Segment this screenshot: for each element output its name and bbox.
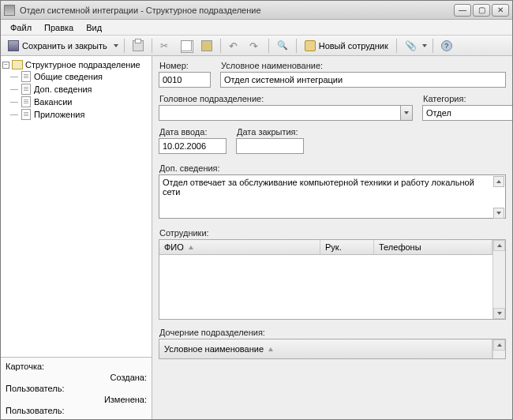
category-input[interactable] bbox=[422, 105, 512, 121]
name-label: Условное наименование: bbox=[220, 61, 506, 70]
copy-button[interactable] bbox=[177, 38, 196, 54]
separator bbox=[296, 39, 297, 53]
scroll-up-button[interactable] bbox=[493, 339, 505, 351]
number-input[interactable] bbox=[159, 72, 211, 88]
col-tel[interactable]: Телефоны bbox=[374, 240, 492, 254]
col-child-name-label: Условное наименование bbox=[164, 344, 264, 354]
tree-root[interactable]: − Структурное подразделение bbox=[2, 59, 150, 70]
scroll-down-button[interactable] bbox=[493, 308, 505, 319]
cardinfo-created: Создана: bbox=[6, 372, 147, 383]
children-label: Дочерние подразделения: bbox=[159, 328, 506, 337]
employees-grid-body[interactable] bbox=[159, 255, 492, 319]
tree-item-label: Общие сведения bbox=[34, 72, 103, 81]
category-combo[interactable] bbox=[422, 105, 506, 121]
find-button[interactable] bbox=[273, 38, 292, 54]
cut-icon bbox=[160, 40, 171, 51]
scroll-down-button[interactable] bbox=[493, 208, 504, 219]
user-icon bbox=[305, 40, 316, 51]
help-button[interactable]: ? bbox=[437, 38, 456, 54]
textarea-scroll bbox=[493, 176, 504, 219]
copy-icon bbox=[181, 40, 192, 51]
find-icon bbox=[277, 40, 288, 51]
save-close-button[interactable]: Сохранить и закрыть bbox=[4, 38, 111, 54]
number-label: Номер: bbox=[159, 61, 211, 70]
sort-asc-icon bbox=[268, 347, 273, 351]
col-ruk[interactable]: Рук. bbox=[320, 240, 374, 254]
paste-icon bbox=[201, 40, 212, 51]
category-label: Категория: bbox=[422, 94, 506, 103]
menubar: Файл Правка Вид bbox=[1, 20, 512, 36]
scroll-up-button[interactable] bbox=[493, 240, 505, 251]
employees-grid: ФИО Рук. Телефоны bbox=[159, 239, 506, 320]
window-title: Отдел системной интеграции - Структурное… bbox=[20, 6, 454, 15]
addinfo-textarea[interactable] bbox=[159, 174, 506, 219]
col-fio[interactable]: ФИО bbox=[159, 240, 320, 254]
card-info: Карточка: Создана: Пользователь: Изменен… bbox=[1, 357, 152, 419]
name-input[interactable] bbox=[220, 72, 506, 88]
doc-icon bbox=[21, 84, 31, 95]
save-close-dropdown[interactable] bbox=[113, 38, 120, 54]
clip-icon bbox=[405, 40, 416, 51]
children-grid: Условное наименование bbox=[159, 339, 506, 359]
tree-item-general[interactable]: Общие сведения bbox=[21, 70, 150, 83]
scroll-up-button[interactable] bbox=[493, 176, 504, 187]
parent-dropdown-button[interactable] bbox=[400, 105, 413, 121]
new-employee-button[interactable]: Новый сотрудник bbox=[301, 38, 392, 54]
print-button[interactable] bbox=[129, 38, 148, 54]
titlebar: Отдел системной интеграции - Структурное… bbox=[1, 1, 512, 20]
folder-icon bbox=[12, 60, 23, 69]
sort-asc-icon bbox=[189, 246, 193, 249]
tree-item-additional[interactable]: Доп. сведения bbox=[21, 83, 150, 96]
minimize-button[interactable]: — bbox=[454, 4, 471, 17]
redo-icon bbox=[249, 40, 260, 51]
tree-root-label: Структурное подразделение bbox=[25, 60, 140, 69]
separator bbox=[268, 39, 269, 53]
paste-button[interactable] bbox=[197, 38, 216, 54]
app-icon bbox=[4, 5, 15, 16]
left-pane: − Структурное подразделение Общие сведен… bbox=[1, 56, 152, 419]
tree-item-label: Доп. сведения bbox=[34, 84, 92, 94]
employees-scrollbar[interactable] bbox=[492, 240, 505, 319]
menu-view[interactable]: Вид bbox=[80, 21, 108, 34]
col-fio-label: ФИО bbox=[164, 242, 184, 252]
attach-dropdown[interactable] bbox=[421, 38, 429, 54]
app-window: Отдел системной интеграции - Структурное… bbox=[0, 0, 513, 420]
cut-button[interactable] bbox=[156, 38, 175, 54]
toolbar: Сохранить и закрыть Новый сотрудник ? bbox=[1, 36, 512, 56]
maximize-button[interactable]: ▢ bbox=[473, 4, 490, 17]
undo-icon bbox=[229, 40, 240, 51]
collapse-icon[interactable]: − bbox=[2, 62, 9, 69]
close-button[interactable]: ✕ bbox=[492, 4, 509, 17]
help-icon: ? bbox=[441, 40, 452, 51]
attach-button[interactable] bbox=[401, 38, 420, 54]
form-pane: Номер: Условное наименование: Головное п… bbox=[152, 56, 512, 419]
col-child-name[interactable]: Условное наименование bbox=[159, 339, 492, 358]
doc-icon bbox=[21, 109, 31, 120]
undo-button[interactable] bbox=[225, 38, 244, 54]
date-in-input[interactable] bbox=[159, 138, 227, 154]
menu-file[interactable]: Файл bbox=[4, 21, 38, 34]
new-employee-label: Новый сотрудник bbox=[319, 41, 388, 51]
date-out-input[interactable] bbox=[236, 138, 304, 154]
date-out-label: Дата закрытия: bbox=[236, 127, 304, 137]
menu-edit[interactable]: Правка bbox=[38, 21, 80, 34]
separator bbox=[124, 39, 125, 53]
separator bbox=[396, 39, 397, 53]
save-close-label: Сохранить и закрыть bbox=[22, 41, 107, 51]
date-in-label: Дата ввода: bbox=[159, 127, 227, 137]
separator bbox=[220, 39, 221, 53]
cardinfo-user1: Пользователь: bbox=[6, 383, 147, 394]
addinfo-label: Доп. сведения: bbox=[159, 163, 506, 173]
parent-input[interactable] bbox=[159, 105, 400, 121]
children-scrollbar[interactable] bbox=[492, 339, 505, 358]
redo-button[interactable] bbox=[245, 38, 264, 54]
tree-item-label: Вакансии bbox=[34, 97, 73, 107]
employees-grid-header: ФИО Рук. Телефоны bbox=[159, 240, 492, 255]
parent-combo[interactable] bbox=[159, 105, 413, 121]
doc-icon bbox=[21, 96, 31, 107]
disk-icon bbox=[8, 40, 19, 51]
employees-label: Сотрудники: bbox=[159, 228, 506, 238]
parent-label: Головное подразделение: bbox=[159, 94, 413, 103]
tree-item-attachments[interactable]: Приложения bbox=[21, 108, 150, 121]
tree-item-vacancies[interactable]: Вакансии bbox=[21, 96, 150, 108]
